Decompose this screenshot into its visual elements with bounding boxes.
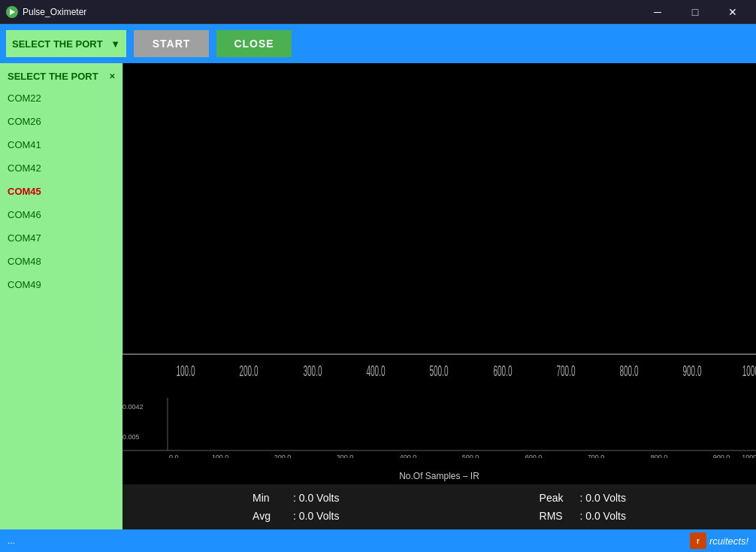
sidebar-item-com47[interactable]: COM47 [0, 226, 122, 250]
status-bar: ... r rcuitects! [0, 529, 756, 552]
svg-text:600.0: 600.0 [525, 453, 543, 458]
svg-text:1000.0: 1000.0 [742, 362, 756, 378]
toolbar: SELECT THE PORT ▼ START CLOSE [0, 24, 756, 63]
svg-text:300.0: 300.0 [337, 453, 354, 458]
sidebar-item-com46[interactable]: COM46 [0, 203, 122, 226]
sidebar-item-com26[interactable]: COM26 [0, 110, 122, 133]
avg-label: Avg [253, 510, 290, 522]
svg-text:800.0: 800.0 [651, 453, 668, 458]
right-stat-group: Peak : 0.0 Volts RMS : 0.0 Volts [540, 492, 626, 522]
svg-text:500.0: 500.0 [429, 362, 448, 378]
port-dropdown[interactable]: SELECT THE PORT ▼ [6, 30, 126, 57]
red-chart-svg: 100.0 200.0 300.0 400.0 500.0 600.0 700.… [122, 63, 756, 398]
sidebar-header-label: SELECT THE PORT [8, 71, 98, 82]
rms-value: : 0.0 Volts [579, 510, 625, 522]
svg-marker-0 [10, 9, 15, 15]
peak-label: Peak [540, 492, 577, 504]
peak-stat: Peak : 0.0 Volts [540, 492, 626, 504]
close-button[interactable]: CLOSE [216, 30, 292, 57]
brand-icon: r [690, 532, 706, 549]
minimize-button[interactable]: ─ [640, 3, 675, 21]
brand-text: rcuitects! [709, 535, 748, 547]
app-icon [6, 6, 18, 18]
charts-area: 100.0 200.0 300.0 400.0 500.0 600.0 700.… [122, 63, 756, 529]
min-value: : 0.0 Volts [293, 492, 339, 504]
min-stat: Min : 0.0 Volts [253, 492, 339, 504]
dropdown-arrow-icon: ▼ [110, 38, 120, 50]
sidebar-item-com49[interactable]: COM49 [0, 273, 122, 296]
app-title: Pulse_Oximeter [23, 7, 86, 17]
port-sidebar: SELECT THE PORT ✕ COM22 COM26 COM41 COM4… [0, 63, 122, 529]
svg-text:300.0: 300.0 [303, 362, 322, 378]
peak-value: : 0.0 Volts [579, 492, 625, 504]
window-controls: ─ □ ✕ [640, 3, 750, 21]
sidebar-header[interactable]: SELECT THE PORT ✕ [0, 66, 122, 86]
svg-text:0.005: 0.005 [122, 433, 140, 441]
ir-chart-svg: 0.0042 0.005 0.0 100.0 200.0 300.0 400.0… [122, 398, 756, 458]
svg-text:800.0: 800.0 [619, 362, 638, 378]
left-stat-group: Min : 0.0 Volts Avg : 0.0 Volts [253, 492, 339, 522]
svg-text:100.0: 100.0 [176, 362, 195, 378]
svg-text:400.0: 400.0 [366, 362, 385, 378]
svg-text:700.0: 700.0 [588, 453, 605, 458]
avg-stat: Avg : 0.0 Volts [253, 510, 339, 522]
sidebar-item-com22[interactable]: COM22 [0, 86, 122, 110]
maximize-button[interactable]: □ [678, 3, 712, 21]
svg-text:700.0: 700.0 [556, 362, 575, 378]
window-close-button[interactable]: ✕ [715, 3, 750, 21]
brand-logo: r rcuitects! [690, 532, 748, 549]
svg-text:0.0: 0.0 [169, 453, 179, 458]
sidebar-item-com45[interactable]: COM45 [0, 180, 122, 203]
svg-text:600.0: 600.0 [493, 362, 512, 378]
svg-text:900.0: 900.0 [713, 453, 730, 458]
sidebar-item-com42[interactable]: COM42 [0, 156, 122, 180]
title-bar-left: Pulse_Oximeter [6, 6, 86, 18]
ir-chart-label: No.Of Samples – IR [122, 471, 756, 484]
sidebar-close-icon: ✕ [109, 72, 115, 80]
svg-text:900.0: 900.0 [682, 362, 701, 378]
svg-text:200.0: 200.0 [239, 362, 258, 378]
ir-chart-container: 0.0042 0.005 0.0 100.0 200.0 300.0 400.0… [122, 398, 756, 484]
svg-text:100.0: 100.0 [212, 453, 229, 458]
svg-text:400.0: 400.0 [400, 453, 417, 458]
sidebar-item-com48[interactable]: COM48 [0, 250, 122, 273]
port-dropdown-label: SELECT THE PORT [12, 38, 103, 50]
start-button[interactable]: START [134, 30, 209, 57]
rms-label: RMS [540, 510, 577, 522]
svg-text:200.0: 200.0 [274, 453, 292, 458]
red-chart-container: 100.0 200.0 300.0 400.0 500.0 600.0 700.… [122, 63, 756, 398]
min-label: Min [253, 492, 290, 504]
rms-stat: RMS : 0.0 Volts [540, 510, 626, 522]
sidebar-item-com41[interactable]: COM41 [0, 133, 122, 156]
svg-text:500.0: 500.0 [462, 453, 479, 458]
avg-value: : 0.0 Volts [293, 510, 339, 522]
title-bar: Pulse_Oximeter ─ □ ✕ [0, 0, 756, 24]
stats-area: Min : 0.0 Volts Avg : 0.0 Volts Peak : 0… [122, 484, 756, 529]
port-dropdown-wrapper: SELECT THE PORT ▼ [6, 30, 126, 57]
main-content: SELECT THE PORT ✕ COM22 COM26 COM41 COM4… [0, 63, 756, 529]
svg-text:0.0042: 0.0042 [122, 403, 144, 411]
svg-text:1000.0: 1000.0 [742, 453, 756, 458]
status-text: ... [8, 535, 15, 546]
